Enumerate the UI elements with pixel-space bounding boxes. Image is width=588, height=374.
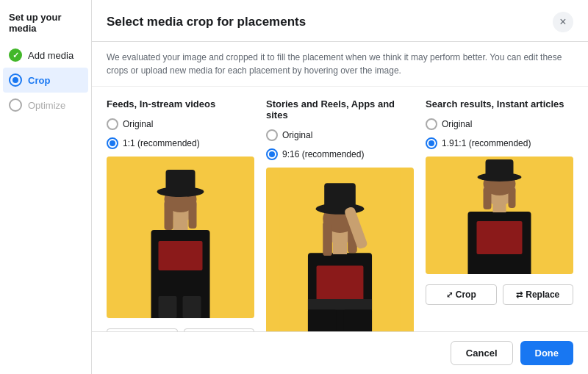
radio-original-feeds[interactable] [107, 118, 118, 130]
sidebar-label-crop: Crop [28, 75, 50, 86]
dialog-description: We evaluated your image and cropped it t… [92, 42, 588, 87]
image-search [426, 157, 573, 274]
dialog-footer: Cancel Done [92, 331, 588, 374]
radio-original-stories[interactable] [266, 129, 278, 141]
svg-rect-15 [308, 299, 372, 310]
radio-label-feeds-recommended: 1:1 (recommended) [123, 138, 200, 148]
radio-label-stories-original: Original [282, 130, 312, 140]
replace-button-search[interactable]: ⇄ Replace [503, 284, 574, 305]
radio-row-feeds-original[interactable]: Original [107, 118, 254, 130]
radio-recommended-stories[interactable] [266, 148, 278, 160]
radio-icon-crop [9, 73, 22, 87]
svg-rect-14 [317, 266, 364, 305]
sidebar-item-crop[interactable]: Crop [3, 68, 88, 93]
radio-row-stories-recommended[interactable]: 9:16 (recommended) [266, 148, 414, 160]
radio-original-search[interactable] [426, 118, 437, 130]
svg-rect-6 [165, 201, 173, 230]
crop-column-search: Search results, Instant articles Origina… [426, 98, 573, 305]
radio-row-feeds-recommended[interactable]: 1:1 (recommended) [107, 137, 254, 149]
svg-rect-9 [166, 170, 196, 193]
svg-rect-7 [189, 201, 197, 229]
svg-rect-11 [183, 296, 201, 318]
photo-sim-search [426, 157, 573, 274]
sidebar: Set up your media Add media Crop Optimiz… [0, 0, 92, 374]
radio-row-search-recommended[interactable]: 1.91:1 (recommended) [426, 137, 573, 149]
image-stories [266, 168, 414, 331]
sidebar-item-add-media[interactable]: Add media [0, 43, 91, 68]
dialog-header: Select media crop for placements × [92, 0, 588, 42]
sidebar-label-optimize: Optimize [28, 100, 65, 111]
check-icon [9, 48, 22, 62]
svg-rect-16 [308, 310, 337, 331]
sidebar-label-add-media: Add media [28, 50, 74, 61]
replace-icon-search: ⇄ [516, 290, 523, 300]
dialog: Select media crop for placements × We ev… [92, 0, 588, 374]
crop-icon-search: ⤢ [446, 290, 453, 300]
radio-recommended-feeds[interactable] [107, 137, 118, 149]
radio-label-search-recommended: 1.91:1 (recommended) [442, 138, 531, 148]
sidebar-title: Set up your media [0, 12, 91, 43]
cancel-button[interactable]: Cancel [451, 341, 513, 365]
svg-rect-31 [477, 221, 523, 254]
svg-rect-24 [323, 222, 332, 256]
radio-row-stories-original[interactable]: Original [266, 129, 414, 141]
done-button[interactable]: Done [520, 341, 574, 365]
dialog-title: Select media crop for placements [107, 15, 306, 29]
radio-row-search-original[interactable]: Original [426, 118, 573, 130]
column-title-stories: Stories and Reels, Apps and sites [266, 98, 414, 121]
circle-icon-optimize [9, 98, 22, 112]
svg-rect-17 [343, 310, 372, 331]
photo-sim-feeds [107, 157, 254, 318]
svg-rect-2 [159, 241, 203, 270]
svg-rect-36 [509, 187, 516, 208]
radio-label-stories-recommended: 9:16 (recommended) [282, 149, 364, 159]
radio-label-search-original: Original [442, 119, 472, 129]
radio-label-feeds-original: Original [123, 119, 153, 129]
btn-row-search: ⤢ Crop ⇄ Replace [426, 284, 573, 305]
svg-rect-35 [484, 187, 492, 209]
radio-recommended-search[interactable] [426, 137, 437, 149]
photo-sim-stories [266, 168, 414, 331]
crop-button-search[interactable]: ⤢ Crop [426, 284, 497, 305]
crop-column-stories: Stories and Reels, Apps and sites Origin… [266, 98, 414, 331]
image-feeds [107, 157, 254, 318]
close-button[interactable]: × [553, 12, 573, 32]
sidebar-item-optimize[interactable]: Optimize [0, 93, 91, 118]
crop-column-feeds: Feeds, In-stream videos Original 1:1 (re… [107, 98, 254, 331]
svg-rect-38 [486, 159, 514, 179]
svg-rect-10 [159, 296, 177, 318]
svg-rect-27 [324, 183, 356, 210]
dialog-content: Feeds, In-stream videos Original 1:1 (re… [92, 87, 588, 331]
column-title-search: Search results, Instant articles [426, 98, 573, 109]
column-title-feeds: Feeds, In-stream videos [107, 98, 254, 109]
